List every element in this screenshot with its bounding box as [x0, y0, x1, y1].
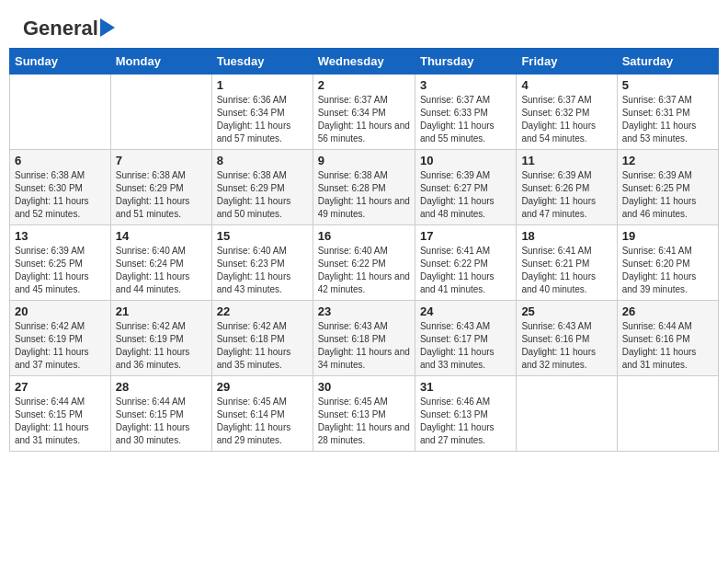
day-number: 9 [318, 154, 410, 167]
day-number: 4 [521, 78, 611, 92]
calendar-cell: 9Sunrise: 6:38 AM Sunset: 6:28 PM Daylig… [313, 150, 415, 225]
calendar-day-header: Thursday [415, 49, 516, 75]
calendar-cell: 19Sunrise: 6:41 AM Sunset: 6:20 PM Dayli… [617, 225, 718, 301]
calendar-day-header: Wednesday [313, 49, 415, 75]
day-number: 29 [217, 380, 308, 394]
day-number: 2 [318, 78, 410, 92]
day-info: Sunrise: 6:38 AM Sunset: 6:29 PM Dayligh… [217, 169, 308, 221]
page-header: General [9, 9, 719, 43]
day-info: Sunrise: 6:41 AM Sunset: 6:20 PM Dayligh… [622, 245, 713, 296]
calendar-cell: 22Sunrise: 6:42 AM Sunset: 6:18 PM Dayli… [211, 301, 313, 376]
calendar-cell: 12Sunrise: 6:39 AM Sunset: 6:25 PM Dayli… [617, 150, 718, 225]
calendar-day-header: Friday [517, 49, 617, 75]
calendar-week-row: 27Sunrise: 6:44 AM Sunset: 6:15 PM Dayli… [10, 376, 719, 452]
calendar-cell: 11Sunrise: 6:39 AM Sunset: 6:26 PM Dayli… [517, 150, 617, 225]
logo-text: General [23, 18, 98, 39]
day-info: Sunrise: 6:42 AM Sunset: 6:19 PM Dayligh… [15, 320, 106, 372]
day-number: 14 [116, 229, 207, 243]
day-info: Sunrise: 6:40 AM Sunset: 6:24 PM Dayligh… [116, 245, 207, 296]
day-info: Sunrise: 6:42 AM Sunset: 6:18 PM Dayligh… [217, 320, 308, 372]
day-number: 19 [622, 229, 713, 243]
calendar-cell: 5Sunrise: 6:37 AM Sunset: 6:31 PM Daylig… [617, 75, 718, 150]
day-number: 30 [318, 380, 410, 394]
day-number: 23 [318, 304, 410, 318]
calendar-cell: 10Sunrise: 6:39 AM Sunset: 6:27 PM Dayli… [415, 150, 516, 225]
day-info: Sunrise: 6:37 AM Sunset: 6:34 PM Dayligh… [318, 94, 410, 145]
day-number: 16 [318, 229, 410, 243]
day-number: 5 [622, 78, 713, 92]
day-info: Sunrise: 6:39 AM Sunset: 6:27 PM Dayligh… [420, 169, 511, 221]
calendar-day-header: Monday [110, 49, 211, 75]
day-info: Sunrise: 6:46 AM Sunset: 6:13 PM Dayligh… [420, 396, 511, 447]
calendar-week-row: 1Sunrise: 6:36 AM Sunset: 6:34 PM Daylig… [10, 75, 719, 150]
day-info: Sunrise: 6:45 AM Sunset: 6:14 PM Dayligh… [217, 396, 308, 447]
calendar-cell: 31Sunrise: 6:46 AM Sunset: 6:13 PM Dayli… [415, 376, 516, 452]
calendar-cell: 30Sunrise: 6:45 AM Sunset: 6:13 PM Dayli… [313, 376, 415, 452]
calendar-cell: 16Sunrise: 6:40 AM Sunset: 6:22 PM Dayli… [313, 225, 415, 301]
day-number: 31 [420, 380, 511, 394]
day-info: Sunrise: 6:41 AM Sunset: 6:22 PM Dayligh… [420, 245, 511, 296]
day-number: 18 [521, 229, 611, 243]
day-number: 21 [116, 304, 207, 318]
day-number: 6 [15, 154, 106, 167]
logo-triangle-icon [100, 18, 115, 37]
calendar-table: SundayMondayTuesdayWednesdayThursdayFrid… [9, 48, 719, 452]
day-number: 7 [116, 154, 207, 167]
calendar-day-header: Sunday [10, 49, 111, 75]
day-info: Sunrise: 6:41 AM Sunset: 6:21 PM Dayligh… [521, 245, 611, 296]
calendar-day-header: Saturday [617, 49, 718, 75]
calendar-week-row: 20Sunrise: 6:42 AM Sunset: 6:19 PM Dayli… [10, 301, 719, 376]
calendar-cell: 18Sunrise: 6:41 AM Sunset: 6:21 PM Dayli… [517, 225, 617, 301]
day-info: Sunrise: 6:43 AM Sunset: 6:18 PM Dayligh… [318, 320, 410, 372]
day-info: Sunrise: 6:36 AM Sunset: 6:34 PM Dayligh… [217, 94, 308, 145]
day-info: Sunrise: 6:37 AM Sunset: 6:31 PM Dayligh… [622, 94, 713, 145]
day-info: Sunrise: 6:37 AM Sunset: 6:33 PM Dayligh… [420, 94, 511, 145]
day-info: Sunrise: 6:44 AM Sunset: 6:15 PM Dayligh… [116, 396, 207, 447]
day-info: Sunrise: 6:39 AM Sunset: 6:25 PM Dayligh… [622, 169, 713, 221]
day-info: Sunrise: 6:37 AM Sunset: 6:32 PM Dayligh… [521, 94, 611, 145]
calendar-cell: 21Sunrise: 6:42 AM Sunset: 6:19 PM Dayli… [110, 301, 211, 376]
calendar-week-row: 6Sunrise: 6:38 AM Sunset: 6:30 PM Daylig… [10, 150, 719, 225]
day-number: 24 [420, 304, 511, 318]
calendar-cell: 3Sunrise: 6:37 AM Sunset: 6:33 PM Daylig… [415, 75, 516, 150]
day-number: 3 [420, 78, 511, 92]
day-info: Sunrise: 6:45 AM Sunset: 6:13 PM Dayligh… [318, 396, 410, 447]
day-number: 1 [217, 78, 308, 92]
day-info: Sunrise: 6:38 AM Sunset: 6:30 PM Dayligh… [15, 169, 106, 221]
day-info: Sunrise: 6:39 AM Sunset: 6:25 PM Dayligh… [15, 245, 106, 296]
day-info: Sunrise: 6:38 AM Sunset: 6:28 PM Dayligh… [318, 169, 410, 221]
day-number: 28 [116, 380, 207, 394]
day-info: Sunrise: 6:43 AM Sunset: 6:17 PM Dayligh… [420, 320, 511, 372]
day-info: Sunrise: 6:44 AM Sunset: 6:15 PM Dayligh… [15, 396, 106, 447]
calendar-week-row: 13Sunrise: 6:39 AM Sunset: 6:25 PM Dayli… [10, 225, 719, 301]
calendar-cell: 7Sunrise: 6:38 AM Sunset: 6:29 PM Daylig… [110, 150, 211, 225]
day-number: 15 [217, 229, 308, 243]
calendar-cell: 8Sunrise: 6:38 AM Sunset: 6:29 PM Daylig… [211, 150, 313, 225]
logo: General [23, 18, 115, 39]
calendar-cell: 2Sunrise: 6:37 AM Sunset: 6:34 PM Daylig… [313, 75, 415, 150]
calendar-cell [10, 75, 111, 150]
calendar-cell: 4Sunrise: 6:37 AM Sunset: 6:32 PM Daylig… [517, 75, 617, 150]
day-number: 12 [622, 154, 713, 167]
day-number: 8 [217, 154, 308, 167]
calendar-cell: 20Sunrise: 6:42 AM Sunset: 6:19 PM Dayli… [10, 301, 111, 376]
day-number: 26 [622, 304, 713, 318]
calendar-cell: 28Sunrise: 6:44 AM Sunset: 6:15 PM Dayli… [110, 376, 211, 452]
day-number: 10 [420, 154, 511, 167]
calendar-cell: 29Sunrise: 6:45 AM Sunset: 6:14 PM Dayli… [211, 376, 313, 452]
calendar-cell: 25Sunrise: 6:43 AM Sunset: 6:16 PM Dayli… [517, 301, 617, 376]
calendar-cell: 13Sunrise: 6:39 AM Sunset: 6:25 PM Dayli… [10, 225, 111, 301]
calendar-day-header: Tuesday [211, 49, 313, 75]
day-info: Sunrise: 6:40 AM Sunset: 6:23 PM Dayligh… [217, 245, 308, 296]
calendar-cell: 14Sunrise: 6:40 AM Sunset: 6:24 PM Dayli… [110, 225, 211, 301]
day-info: Sunrise: 6:43 AM Sunset: 6:16 PM Dayligh… [521, 320, 611, 372]
calendar-cell [617, 376, 718, 452]
day-number: 11 [521, 154, 611, 167]
day-number: 17 [420, 229, 511, 243]
calendar-cell: 15Sunrise: 6:40 AM Sunset: 6:23 PM Dayli… [211, 225, 313, 301]
calendar-cell [517, 376, 617, 452]
day-number: 27 [15, 380, 106, 394]
day-info: Sunrise: 6:40 AM Sunset: 6:22 PM Dayligh… [318, 245, 410, 296]
calendar-cell: 17Sunrise: 6:41 AM Sunset: 6:22 PM Dayli… [415, 225, 516, 301]
day-info: Sunrise: 6:38 AM Sunset: 6:29 PM Dayligh… [116, 169, 207, 221]
